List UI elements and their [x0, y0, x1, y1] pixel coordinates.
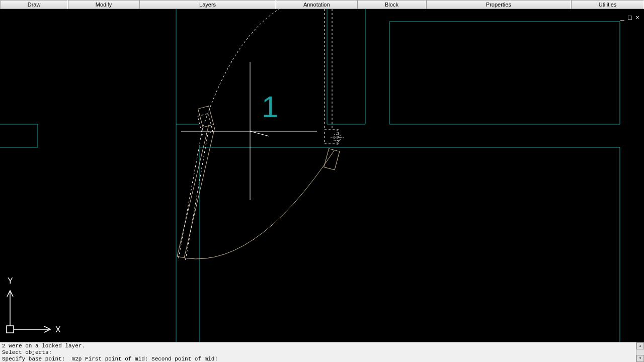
svg-rect-17 [324, 149, 340, 170]
ribbon-tabs: Draw Modify Layers Annotation Block Prop… [0, 0, 644, 9]
scroll-down-icon[interactable]: ▾ [636, 355, 644, 362]
scroll-up-icon[interactable]: ▴ [636, 342, 644, 349]
svg-line-20 [185, 131, 208, 262]
svg-line-15 [177, 125, 209, 256]
drawing-svg: Y X [0, 9, 644, 342]
command-text: 2 were on a locked layer. Select objects… [0, 342, 636, 362]
command-scrollbar[interactable]: ▴ ▾ [636, 342, 644, 362]
command-line[interactable]: 2 were on a locked layer. Select objects… [0, 342, 644, 362]
tab-draw[interactable]: Draw [0, 0, 68, 9]
tab-layers[interactable]: Layers [139, 0, 276, 9]
svg-line-19 [178, 130, 202, 260]
svg-rect-18 [198, 106, 213, 127]
ucs-x-label: X [55, 325, 61, 334]
svg-rect-31 [7, 326, 14, 333]
tab-modify[interactable]: Modify [68, 0, 139, 9]
svg-line-27 [250, 131, 269, 136]
tab-block[interactable]: Block [357, 0, 426, 9]
ucs-y-label: Y [8, 277, 13, 285]
svg-rect-23 [325, 130, 339, 144]
drawing-canvas[interactable]: _ □ × 1 [0, 9, 644, 342]
tab-properties[interactable]: Properties [426, 0, 571, 9]
tab-utilities[interactable]: Utilities [571, 0, 644, 9]
tab-annotation[interactable]: Annotation [276, 0, 357, 9]
